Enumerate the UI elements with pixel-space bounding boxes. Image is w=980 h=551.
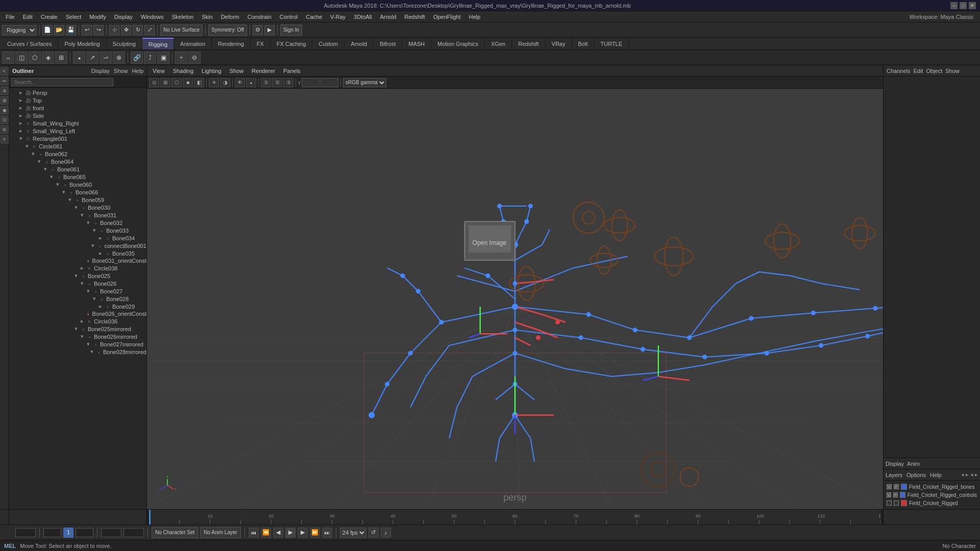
shelf-select-icon[interactable]: ⟖	[2, 52, 14, 64]
tab-sculpting[interactable]: Sculpting	[107, 38, 142, 49]
render-icon[interactable]: ▶	[264, 25, 275, 35]
menu-select[interactable]: Select	[62, 13, 85, 21]
viewport-menu-view[interactable]: View	[149, 67, 168, 75]
layer-p-check2[interactable]: P	[893, 492, 898, 497]
open-scene-icon[interactable]: 📂	[54, 25, 64, 35]
no-live-surface-button[interactable]: No Live Surface	[160, 24, 203, 36]
tab-fx-caching[interactable]: FX Caching	[271, 38, 312, 49]
minimize-button[interactable]: ─	[950, 2, 958, 9]
menu-control[interactable]: Control	[276, 13, 301, 21]
gamma-input1[interactable]: 0.00	[302, 78, 320, 87]
menu-deform[interactable]: Deform	[217, 13, 243, 21]
no-anim-layer-button[interactable]: No Anim Layer	[200, 527, 241, 538]
tree-item-bone031-orient[interactable]: ⬧ Bone031_orientConst	[9, 257, 146, 264]
vp-light2-icon[interactable]: ◑	[220, 78, 230, 87]
symmetry-button[interactable]: Symmetry: Off	[208, 24, 247, 36]
vp-render-mode3[interactable]: ③	[283, 78, 293, 87]
shelf-ik-spline-icon[interactable]: ⤻	[100, 52, 112, 64]
shelf-orient-joint-icon[interactable]: ⊕	[113, 52, 125, 64]
play-forward-button[interactable]: ▶	[285, 528, 296, 538]
prev-key-button[interactable]: ◀	[273, 528, 283, 538]
tree-item-circle036[interactable]: ▸ ○ Circle036	[9, 317, 146, 325]
outliner-menu-help[interactable]: Help	[132, 68, 143, 74]
tab-curves-surfaces[interactable]: Curves / Surfaces	[1, 38, 58, 49]
viewport-menu-panels[interactable]: Panels	[280, 67, 304, 75]
tree-item-bone028mirrored[interactable]: ▾ ⬦ Bone028mirrored	[9, 348, 146, 356]
tree-item-bone033[interactable]: ▾ ⬦ Bone033	[9, 227, 146, 234]
menu-3dtoall[interactable]: 3DtoAll	[350, 13, 375, 21]
viewport-menu-lighting[interactable]: Lighting	[198, 67, 225, 75]
undo-icon[interactable]: ↩	[82, 25, 92, 35]
tree-item-circle061[interactable]: ▾ ○ Circle061	[9, 142, 146, 150]
vp-show-icon[interactable]: 👁	[235, 78, 245, 87]
tab-custom[interactable]: Custom	[312, 38, 345, 49]
vp-wireframe-icon[interactable]: ⬡	[172, 78, 182, 87]
scale-icon[interactable]: ⤢	[144, 25, 155, 35]
shelf-select-by-type-icon[interactable]: ◈	[42, 52, 54, 64]
no-character-set-button[interactable]: No Character Set	[152, 527, 198, 538]
tree-item-persp[interactable]: ▸ 🎥 Persp	[9, 89, 146, 96]
tab-turtle[interactable]: TURTLE	[594, 38, 629, 49]
tree-item-bone060[interactable]: ▾ ⬦ Bone060	[9, 181, 146, 188]
tree-item-side[interactable]: ▸ 🎥 Side	[9, 112, 146, 119]
rigging-selector[interactable]: Rigging	[2, 25, 37, 35]
layout-icon[interactable]: ⊡	[1, 116, 9, 124]
viewport-menu-show[interactable]: Show	[226, 67, 248, 75]
rotate-icon[interactable]: ↻	[133, 25, 143, 35]
prev-layer-icon[interactable]: ◂	[961, 471, 964, 478]
tree-item-bone027mirrored[interactable]: ▾ ⬦ Bone027mirrored	[9, 340, 146, 348]
shelf-plus-icon[interactable]: ＋	[175, 52, 187, 64]
audio-icon[interactable]: ♪	[381, 528, 391, 538]
menu-vray[interactable]: V-Ray	[327, 13, 349, 21]
tree-item-bone026-orient[interactable]: ⬧ Bone026_orientConst	[9, 310, 146, 317]
time-ruler[interactable]	[149, 510, 881, 524]
max-time-input[interactable]: 200	[124, 528, 144, 537]
layer-v-check2[interactable]: V	[887, 492, 891, 497]
edit-menu[interactable]: Edit	[913, 68, 923, 74]
tree-item-bone025[interactable]: ▾ ⬦ Bone025	[9, 272, 146, 280]
render-settings-icon[interactable]: ⚙	[253, 25, 263, 35]
help-menu[interactable]: Help	[930, 472, 942, 478]
menu-display[interactable]: Display	[111, 13, 136, 21]
vp-render-mode2[interactable]: ②	[272, 78, 282, 87]
loop-icon[interactable]: ↺	[369, 528, 379, 538]
vp-texture-icon[interactable]: ◧	[194, 78, 204, 87]
sign-in-button[interactable]: Sign In	[280, 24, 302, 36]
channels-tab[interactable]: Channels	[887, 68, 910, 74]
shelf-paint-select-icon[interactable]: ⬡	[29, 52, 41, 64]
tree-item-bone061[interactable]: ▾ ⬦ Bone061	[9, 165, 146, 173]
shelf-hierarchy-icon[interactable]: ⊞	[55, 52, 67, 64]
shelf-lasso-icon[interactable]: ◫	[15, 52, 28, 64]
next-key-button[interactable]: ▶	[298, 528, 308, 538]
tree-item-bone065[interactable]: ▾ ⬦ Bone065	[9, 173, 146, 181]
menu-openflight[interactable]: OpenFlight	[430, 13, 464, 21]
frame-start-input[interactable]: 1	[43, 528, 61, 537]
menu-create[interactable]: Create	[37, 13, 61, 21]
menu-cache[interactable]: Cache	[302, 13, 326, 21]
viewport-menu-shading[interactable]: Shading	[169, 67, 197, 75]
tree-item-bone035[interactable]: ▸ ⬦ Bone035	[9, 249, 146, 257]
tree-item-bone062[interactable]: ▾ ⬦ Bone062	[9, 150, 146, 158]
tree-item-bone030[interactable]: ▾ ⬦ Bone030	[9, 204, 146, 211]
vp-solid-icon[interactable]: ■	[183, 78, 193, 87]
current-frame-input[interactable]: 1	[15, 528, 36, 537]
vp-grid-icon[interactable]: ⊞	[160, 78, 170, 87]
shelf-create-joint-icon[interactable]: ⬥	[73, 52, 85, 64]
search-input[interactable]	[11, 78, 113, 86]
tab-vray[interactable]: VRay	[546, 38, 572, 49]
menu-help[interactable]: Help	[465, 13, 484, 21]
vp-render-mode1[interactable]: ①	[261, 78, 271, 87]
tree-item-connectbone001[interactable]: ▾ ⬦ connectBone001	[9, 242, 146, 249]
tree-item-bone027[interactable]: ▾ ⬦ Bone027	[9, 287, 146, 295]
outliner-menu-show[interactable]: Show	[114, 68, 128, 74]
tab-bolt[interactable]: Bolt	[572, 38, 595, 49]
anim-tab[interactable]: Anim	[907, 461, 920, 467]
next-frame-button[interactable]: ⏩	[310, 528, 320, 538]
tree-item-front[interactable]: ▸ 🎥 front	[9, 104, 146, 112]
menu-constrain[interactable]: Constrain	[244, 13, 275, 21]
shelf-group-icon[interactable]: ▣	[157, 52, 169, 64]
move-icon[interactable]: ✥	[121, 25, 131, 35]
object-menu[interactable]: Object	[926, 68, 942, 74]
tree-item-bone031[interactable]: ▾ ⬦ Bone031	[9, 211, 146, 219]
select-mode-icon[interactable]: ↖	[1, 67, 9, 76]
